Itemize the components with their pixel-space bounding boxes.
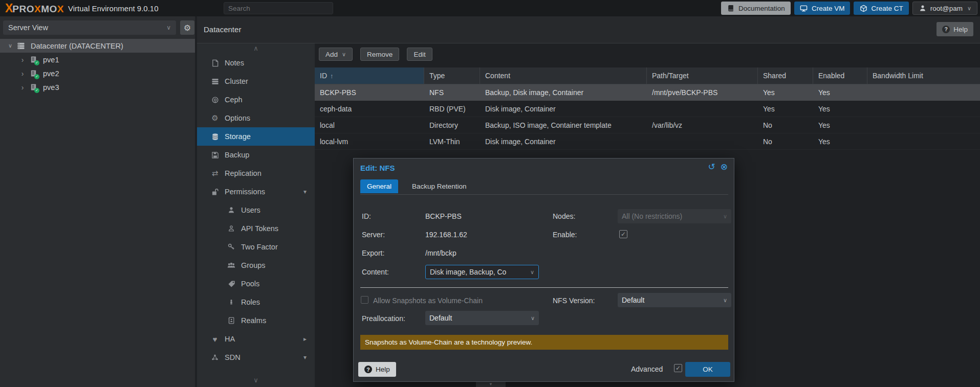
network-nodes-icon [210,353,220,361]
help-button[interactable]: ? Help [937,22,973,36]
documentation-button[interactable]: Documentation [721,2,791,15]
tree-item-pve1[interactable]: › ✓ pve1 [0,53,195,66]
caret-down-icon[interactable]: ▾ [303,354,307,361]
enable-checkbox[interactable]: ✓ [619,230,627,238]
column-header-id[interactable]: ID ↑ [315,67,424,84]
table-row[interactable]: local Directory Backup, ISO image, Conta… [315,117,980,133]
caret-down-icon[interactable]: ▾ [303,188,307,195]
column-header-content[interactable]: Content [480,67,647,84]
api-tokens-icon [227,224,236,233]
view-selector[interactable]: Server View ∨ [3,20,176,35]
node-icon: ✓ [29,56,37,64]
nav-item-realms[interactable]: Realms [197,311,315,330]
address-book-icon [227,316,236,325]
user-menu-button[interactable]: root@pam ∨ [912,2,977,15]
chevron-down-icon: ∨ [967,5,971,12]
gear-icon[interactable]: ⚙ [180,20,194,35]
expand-chevron-icon[interactable]: › [18,56,27,64]
nfs-version-select[interactable]: Default ∨ [618,293,731,307]
caret-right-icon[interactable]: ▸ [303,335,307,343]
nav-item-permissions[interactable]: Permissions ▾ [197,183,315,201]
dialog-title: Edit: NFS [360,164,395,172]
ok-button[interactable]: OK [685,362,730,377]
chevron-down-icon: ∨ [723,213,727,220]
nav-item-cluster[interactable]: Cluster [197,72,315,90]
undo-icon[interactable]: ↺ [708,163,715,171]
dialog-help-button[interactable]: ? Help [358,362,396,377]
nav-item-groups[interactable]: Groups [197,256,315,275]
collapse-chevron-icon[interactable]: ∨ [6,42,14,49]
tab-backup-retention[interactable]: Backup Retention [405,179,473,193]
column-header-path-target[interactable]: Path/Target [647,67,758,84]
edit-button[interactable]: Edit [407,48,432,61]
tree-item-pve3[interactable]: › ✓ pve3 [0,80,195,94]
preallocation-select[interactable]: Default ∨ [425,311,539,325]
nav-item-users[interactable]: Users [197,201,315,219]
dialog-tabbar: General Backup Retention [360,179,728,195]
nav-item-sdn[interactable]: SDN ▾ [197,348,315,367]
create-vm-button[interactable]: Create VM [794,2,851,15]
add-button[interactable]: Add ∨ [319,48,353,61]
table-row[interactable]: ceph-data RBD (PVE) Disk image, Containe… [315,101,980,117]
column-header-shared[interactable]: Shared [758,67,813,84]
content-header: Datacenter ? Help [197,16,980,43]
online-status-icon: ✓ [34,88,39,93]
nodes-select: All (No restrictions) ∨ [618,209,731,223]
nav-item-roles[interactable]: Roles [197,293,315,311]
top-bar: XPROXMOX Virtual Environment 9.0.10 Docu… [0,0,980,16]
tree-item-datacenter[interactable]: ∨ Datacenter (DATACENTER) [0,39,195,53]
technology-preview-warning: Snapshots as Volume-Chain are a technolo… [360,335,728,350]
advanced-checkbox[interactable]: ✓ [674,364,682,372]
nav-item-ha[interactable]: ♥ HA ▸ [197,330,315,348]
table-row[interactable]: BCKP-PBS NFS Backup, Disk image, Contain… [315,84,980,101]
nfs-version-label: NFS Version: [553,297,595,305]
person-icon [227,298,236,306]
preallocation-label: Preallocation: [362,314,405,323]
nav-scroll-down-icon[interactable]: ∨ [197,376,315,384]
nodes-label: Nodes: [553,212,575,220]
nav-item-notes[interactable]: Notes [197,54,315,72]
users-icon [227,206,236,214]
nav-scroll-up-icon[interactable]: ∧ [197,44,315,53]
tree-item-pve2[interactable]: › ✓ pve2 [0,66,195,80]
content-select[interactable]: Disk image, Backup, Co ∨ [425,265,539,279]
create-ct-button[interactable]: Create CT [854,2,908,15]
table-body: BCKP-PBS NFS Backup, Disk image, Contain… [315,84,980,150]
expand-chevron-icon[interactable]: › [18,70,27,78]
groups-icon [227,261,236,269]
chevron-down-icon: ∨ [723,297,727,304]
cluster-icon [210,77,220,85]
tab-general[interactable]: General [360,179,398,193]
nav-item-ceph[interactable]: Ceph [197,90,315,109]
id-value: BCKP-PBS [425,212,462,220]
expand-chevron-icon[interactable]: › [18,83,27,92]
export-value: /mnt/bckp [425,249,456,257]
storage-icon [210,132,220,141]
tag-icon [227,280,236,288]
column-header-bandwidth-limit[interactable]: Bandwidth Limit [867,67,980,84]
notes-icon [210,59,220,67]
nav-item-api-tokens[interactable]: API Tokens [197,219,315,238]
splitter-down-icon: ▼ [489,382,493,386]
nav-item-options[interactable]: ⚙ Options [197,109,315,127]
search-input[interactable] [224,2,333,14]
key-icon [227,243,236,251]
table-row[interactable]: local-lvm LVM-Thin Disk image, Container… [315,133,980,150]
nav-item-storage[interactable]: Storage [197,127,315,146]
nav-item-backup[interactable]: Backup [197,146,315,164]
book-icon [727,4,735,12]
sort-asc-icon: ↑ [330,72,334,80]
column-header-type[interactable]: Type [424,67,480,84]
unlock-icon [210,188,220,196]
close-icon[interactable]: ⊗ [721,163,728,171]
edit-nfs-dialog: Edit: NFS ↺ ⊗ General Backup Retention I… [353,158,734,382]
nav-item-pools[interactable]: Pools [197,275,315,293]
check-icon: ✓ [621,231,626,238]
remove-button[interactable]: Remove [360,48,399,61]
column-header-enabled[interactable]: Enabled [813,67,867,84]
nav-item-two-factor[interactable]: Two Factor [197,238,315,256]
advanced-label: Advanced [631,365,663,373]
chevron-down-icon: ∨ [342,51,346,58]
nav-item-replication[interactable]: ⇄ Replication [197,164,315,183]
resource-tree: ∨ Datacenter (DATACENTER) › ✓ pve1 › ✓ p… [0,39,195,94]
